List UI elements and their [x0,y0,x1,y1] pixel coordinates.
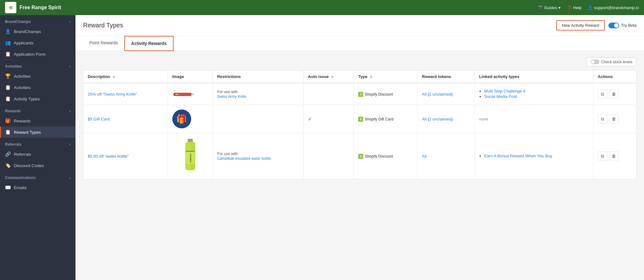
user-link[interactable]: 👤 support@brandchamp.io [588,5,639,10]
sidebar: BrandChamps ‹ 👤 BrandChamps 👥 Applicants… [0,15,75,280]
sidebar-item-emails[interactable]: ✉️ Emails [0,182,75,193]
linked-item-1-2[interactable]: Social Media Post [484,94,517,99]
col-reward-tokens: Reward tokens [418,70,475,83]
collapse-icon-brandchamps: ‹ [69,20,70,24]
sidebar-label-rewards: Rewards [14,119,31,123]
sidebar-item-activities-list[interactable]: 📋 Activities [0,82,75,93]
help-link[interactable]: ❓ Help [567,5,582,10]
section-header-referrals[interactable]: Referrals ‹ [0,139,75,148]
sort-icon-type: ⇅ [370,75,372,79]
app-logo: 🌿 Free Range Spirit [5,2,61,13]
knife-svg [172,88,194,100]
stock-toggle [591,59,599,64]
cell-linked-3: Earn A Bonus Reward When You Buy [475,133,593,179]
cell-linked-1: Multi Step Challenge 4 Social Media Post [475,83,593,105]
col-description: Description ⇅ [83,70,168,83]
top-nav: 🌿 Free Range Spirit 🎬 Guides ▾ ❓ Help 👤 … [0,0,644,15]
section-header-rewards[interactable]: Rewards ‹ [0,106,75,115]
section-label-activities: Activities [5,64,22,69]
cell-auto-issue-1 [303,83,354,105]
token-all-link-2[interactable]: All [422,117,426,121]
video-icon: 🎬 [538,5,543,10]
cell-description-3: $5.00 off "water bottle" [83,133,168,179]
col-actions: Actions [593,70,636,83]
sidebar-label-activity-types: Activity Types [14,97,40,101]
section-header-brandchamps[interactable]: BrandChamps ‹ [0,16,75,26]
beta-toggle-switch[interactable] [608,23,619,28]
token-count-link-2[interactable]: 1 unclaimed [429,117,451,121]
sidebar-item-referrals[interactable]: 🔗 Referrals [0,148,75,160]
try-beta-toggle: Try Beta [608,23,636,28]
sidebar-label-applicants: Applicants [14,41,33,45]
referrals-icon: 🔗 [5,151,11,157]
action-buttons-2: ⧉ 🗑 [598,114,632,124]
restriction-text-3: For use with Camelbak insulated water bo… [217,152,271,161]
delete-button-2[interactable]: 🗑 [609,114,619,124]
svg-marker-2 [191,93,194,96]
token-all-link-3[interactable]: All [422,154,426,159]
sidebar-item-rewards[interactable]: 🎁 Rewards [0,115,75,126]
cell-type-1: S Shopify Discount [354,83,418,105]
auto-issue-checkmark-2: ✓ [308,116,312,122]
shopify-icon-1: S [358,92,363,97]
sidebar-label-activities-list: Activities [14,85,31,90]
col-type: Type ⇅ [354,70,418,83]
sidebar-item-application-form[interactable]: 📋 Application Form [0,48,75,60]
guides-link[interactable]: 🎬 Guides ▾ [538,5,560,10]
shopify-icon-3: S [358,154,363,159]
table-row: 25% off "Swiss Army Knife" [83,83,636,105]
cell-restrictions-3: For use with Camelbak insulated water bo… [213,133,303,179]
description-link-2[interactable]: $5 Gift Card [88,117,110,121]
email-icon: ✉️ [5,185,11,190]
shopify-badge-3: S Shopify Discount [358,154,393,159]
linked-item-1-1[interactable]: Multi Step Challenge 4 [484,89,525,93]
form-icon: 📋 [5,51,11,57]
sidebar-item-brandchamps[interactable]: 👤 BrandChamps [0,26,75,37]
cell-actions-3: ⧉ 🗑 [593,133,636,179]
token-count-link-1[interactable]: 1 unclaimed [429,92,451,97]
discount-icon: 🏷️ [5,163,11,168]
cell-auto-issue-2: ✓ [303,105,354,133]
action-buttons-3: ⧉ 🗑 [598,151,632,161]
delete-button-3[interactable]: 🗑 [609,151,619,161]
linked-item-3-1[interactable]: Earn A Bonus Reward When You Buy [484,154,552,158]
copy-button-2[interactable]: ⧉ [598,114,607,124]
sidebar-label-activities-trophy: Activities [14,74,31,79]
col-auto-issue: Auto issue ⇅ [303,70,354,83]
copy-button-3[interactable]: ⧉ [598,151,607,161]
description-link-1[interactable]: 25% off "Swiss Army Knife" [88,92,137,97]
sidebar-item-discount-codes[interactable]: 🏷️ Discount Codes [0,160,75,171]
restriction-link-3[interactable]: Camelbak insulated water bottle [217,156,271,161]
description-link-3[interactable]: $5.00 off "water bottle" [88,154,129,159]
col-restrictions: Restrictions [213,70,303,83]
sidebar-label-emails: Emails [14,185,27,190]
reward-types-icon: 📋 [5,129,11,135]
copy-button-1[interactable]: ⧉ [598,89,607,99]
cell-actions-2: ⧉ 🗑 [593,105,636,133]
restriction-link-1[interactable]: Swiss Army Knife [217,94,247,99]
sidebar-item-applicants[interactable]: 👥 Applicants [0,37,75,48]
sidebar-label-reward-types: Reward Types [14,130,41,135]
cell-tokens-3: All [418,133,475,179]
shopify-icon-2: S [358,117,363,122]
new-activity-reward-button[interactable]: New Activity Reward [556,20,605,31]
section-header-activities[interactable]: Activities ‹ [0,61,75,70]
check-stock-button[interactable]: Check stock levels [586,57,636,66]
section-header-communications[interactable]: Communications ‹ [0,172,75,182]
cell-auto-issue-3 [303,133,354,179]
token-all-link-1[interactable]: All [422,92,426,97]
product-image-2: 🎁 [172,109,191,128]
section-label-referrals: Referrals [5,142,21,147]
tab-point-rewards[interactable]: Point Rewards [83,36,124,51]
page-title: Reward Types [83,22,123,29]
tab-activity-rewards[interactable]: Activity Rewards [124,36,174,51]
restriction-text-1: For use with Swiss Army Knife [217,90,247,99]
sidebar-item-reward-types[interactable]: 📋 Reward Types [0,126,75,138]
sidebar-item-activities-trophy[interactable]: 🏆 Activities [0,70,75,82]
delete-button-1[interactable]: 🗑 [609,89,619,99]
tab-activity-rewards-label: Activity Rewards [131,41,167,46]
cell-tokens-2: All (1 unclaimed) [418,105,475,133]
sidebar-item-activity-types[interactable]: 📋 Activity Types [0,93,75,104]
linked-none-2: none [479,117,488,121]
collapse-icon-activities: ‹ [69,64,70,69]
